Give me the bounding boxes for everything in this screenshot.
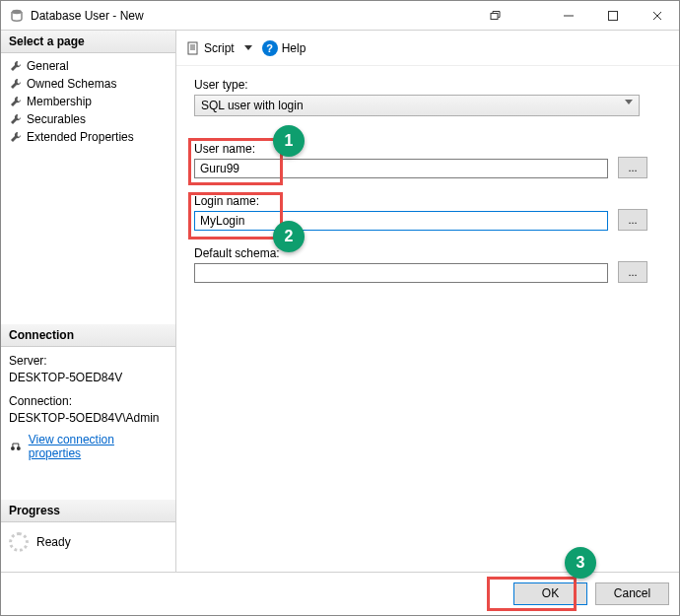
dialog-window: Database User - New Select a page Genera… [0,0,680,616]
titlebar: Database User - New [1,1,679,31]
cancel-button[interactable]: Cancel [595,582,669,605]
login-name-input[interactable] [194,211,608,231]
user-type-value: SQL user with login [201,99,304,112]
user-name-browse-button[interactable]: ... [618,157,647,178]
server-value: DESKTOP-5OED84V [9,370,168,386]
progress-text: Ready [36,535,71,549]
svg-point-7 [17,446,21,450]
page-membership[interactable]: Membership [1,93,175,110]
svg-rect-1 [491,13,498,19]
wrench-icon [9,95,23,108]
script-button[interactable]: Script [186,41,235,55]
help-icon: ? [262,40,278,56]
close-button[interactable] [635,1,679,31]
page-label: General [27,59,69,73]
page-extended-properties[interactable]: Extended Properties [1,128,175,146]
window-title: Database User - New [31,9,472,23]
script-icon [186,41,200,55]
server-label: Server: [9,353,168,370]
user-name-label: User name: [194,142,608,156]
connection-props-icon [9,440,23,453]
annotation-badge-2: 2 [273,221,305,252]
page-label: Extended Properties [27,130,134,144]
default-schema-label: Default schema: [194,246,608,260]
help-label: Help [282,41,306,55]
page-owned-schemas[interactable]: Owned Schemas [1,75,175,93]
maximize-button[interactable] [590,1,635,31]
help-button[interactable]: ? Help [262,40,306,56]
default-schema-browse-button[interactable]: ... [618,261,647,283]
footer: 3 OK Cancel [1,572,679,615]
annotation-badge-3: 3 [565,547,596,579]
wrench-icon [9,77,23,91]
minimize-button[interactable] [546,1,590,31]
progress-header: Progress [1,500,175,522]
spinner-icon [9,532,29,552]
select-page-header: Select a page [1,31,175,53]
page-label: Securables [27,112,86,126]
database-icon [9,8,25,24]
page-general[interactable]: General [1,57,175,75]
wrench-icon [9,112,23,126]
user-type-label: User type: [194,78,661,92]
script-label: Script [204,41,235,55]
chevron-down-icon [625,100,633,104]
connection-label: Connection: [9,393,168,410]
page-securables[interactable]: Securables [1,110,175,128]
svg-point-6 [11,446,15,450]
user-type-dropdown[interactable]: SQL user with login [194,95,640,116]
wrench-icon [9,130,23,144]
svg-rect-3 [608,11,617,20]
view-connection-properties-link[interactable]: View connection properties [29,433,168,460]
login-name-browse-button[interactable]: ... [618,209,647,231]
svg-rect-8 [188,42,197,54]
connection-header: Connection [1,324,175,347]
default-schema-input[interactable] [194,263,608,283]
annotation-badge-1: 1 [273,125,305,157]
wrench-icon [9,59,23,73]
restore-down-button[interactable] [472,1,516,31]
user-name-input[interactable] [194,159,608,178]
sidebar: Select a page General Owned Schemas Memb… [1,31,176,572]
form-area: User type: SQL user with login User name… [176,66,679,295]
main-panel: Script ? Help User type: SQL user with l… [176,31,679,572]
script-dropdown-icon[interactable] [244,45,252,50]
page-list: General Owned Schemas Membership Securab… [1,53,175,150]
login-name-label: Login name: [194,194,608,208]
page-label: Owned Schemas [27,77,116,91]
ok-button[interactable]: OK [513,582,587,605]
toolbar: Script ? Help [176,31,679,66]
page-label: Membership [27,95,92,108]
svg-point-0 [12,9,22,13]
connection-value: DESKTOP-5OED84V\Admin [9,410,168,427]
